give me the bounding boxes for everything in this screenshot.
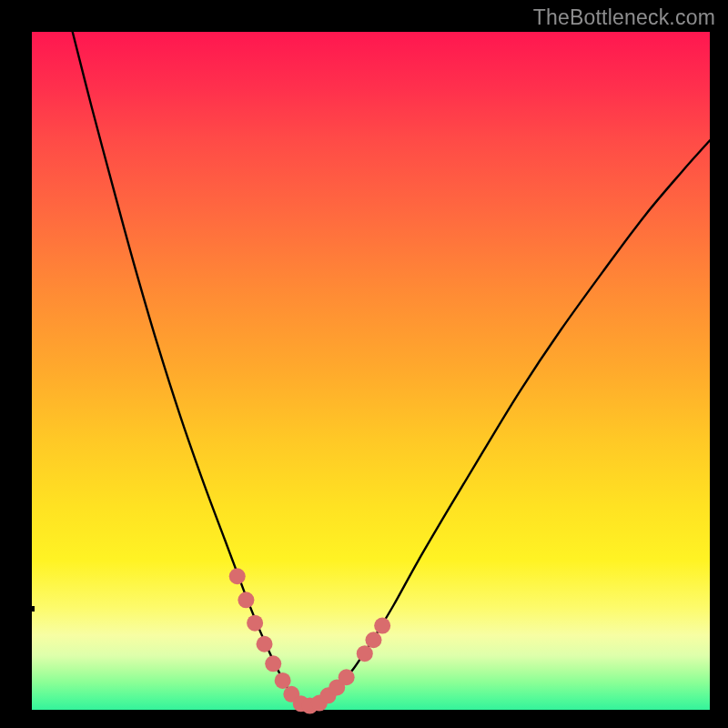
curve-marker: [357, 645, 373, 662]
curve-markers: [229, 568, 390, 713]
curve-marker: [265, 655, 281, 672]
curve-layer: [32, 32, 710, 710]
curve-marker: [247, 615, 263, 632]
chart-frame: TheBottleneck.com: [0, 0, 728, 728]
curve-marker: [365, 632, 381, 648]
curve-marker: [229, 568, 246, 584]
curve-marker: [257, 636, 273, 652]
bottleneck-curve: [73, 32, 710, 706]
curve-marker: [275, 672, 291, 689]
curve-marker: [374, 618, 390, 634]
watermark-text: TheBottleneck.com: [533, 5, 715, 30]
curve-marker: [238, 592, 254, 608]
curve-marker: [339, 669, 355, 685]
